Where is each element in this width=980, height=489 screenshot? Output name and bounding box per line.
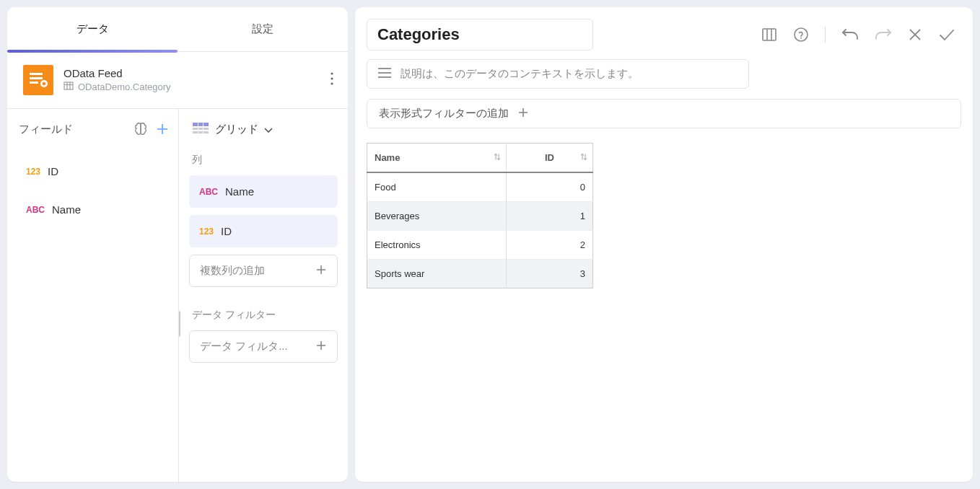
config-pane: グリッド 列 ABC Name 123 ID 複数列の追加 データ フィルター xyxy=(179,109,348,482)
add-datafilter-button[interactable]: データ フィルタ... xyxy=(189,330,338,363)
visualization-label: グリッド xyxy=(215,123,258,136)
columns-section-label: 列 xyxy=(192,154,338,167)
cell-id: 1 xyxy=(507,202,593,231)
vis-filter-label: 表示形式フィルターの追加 xyxy=(379,107,509,120)
svg-rect-23 xyxy=(763,29,776,40)
fields-title: フィールド xyxy=(19,123,128,136)
chevron-down-icon xyxy=(264,123,273,136)
datasource-icon xyxy=(23,65,53,95)
scrollbar-thumb[interactable] xyxy=(179,311,180,337)
field-item-name[interactable]: ABC Name xyxy=(19,196,171,223)
text-type-icon: ABC xyxy=(26,205,45,215)
field-label: ID xyxy=(48,165,58,177)
number-type-icon: 123 xyxy=(26,167,40,177)
column-header-name[interactable]: Name xyxy=(367,144,507,173)
separator xyxy=(825,27,826,43)
cell-name: Beverages xyxy=(367,202,507,231)
field-label: Name xyxy=(52,203,81,216)
svg-point-9 xyxy=(331,72,333,74)
datasource-title: OData Feed xyxy=(64,67,316,79)
description-input[interactable]: 説明は、このデータのコンテキストを示します。 xyxy=(367,59,749,89)
add-columns-button[interactable]: 複数列の追加 xyxy=(189,255,338,287)
fields-header: フィールド xyxy=(19,120,171,138)
svg-rect-2 xyxy=(30,82,38,84)
svg-point-11 xyxy=(331,82,333,84)
right-header xyxy=(367,19,961,50)
paragraph-icon xyxy=(377,67,392,81)
add-vis-filter-button[interactable]: 表示形式フィルターの追加 xyxy=(367,99,961,128)
cell-name: Food xyxy=(367,172,507,202)
toolbar xyxy=(761,27,961,43)
add-field-button[interactable] xyxy=(154,120,171,138)
confirm-icon[interactable] xyxy=(938,27,955,42)
title-input[interactable] xyxy=(367,19,593,50)
svg-rect-16 xyxy=(193,131,209,133)
svg-rect-14 xyxy=(193,123,209,126)
table-row[interactable]: Food 0 xyxy=(367,172,593,202)
column-chip-label: Name xyxy=(225,185,254,198)
tab-settings[interactable]: 設定 xyxy=(178,7,348,51)
left-panel: データ 設定 OData Feed xyxy=(7,7,348,482)
sort-icon[interactable] xyxy=(493,151,502,164)
column-header-id[interactable]: ID xyxy=(507,144,593,173)
tab-indicator xyxy=(7,50,178,53)
datasource-sub: ODataDemo.Category xyxy=(64,81,316,93)
data-table: Name ID Food 0 Beverages xyxy=(367,143,593,288)
datasource-meta: OData Feed ODataDemo.Category xyxy=(64,67,316,93)
svg-point-27 xyxy=(800,38,802,39)
undo-icon[interactable] xyxy=(841,27,859,43)
right-panel: 説明は、このデータのコンテキストを示します。 表示形式フィルターの追加 Name… xyxy=(355,7,973,482)
more-button[interactable] xyxy=(326,68,338,92)
column-header-label: ID xyxy=(514,152,585,163)
add-datafilter-label: データ フィルタ... xyxy=(200,340,288,353)
plus-icon xyxy=(315,340,327,353)
grid-icon xyxy=(192,120,209,138)
number-type-icon: 123 xyxy=(199,226,214,237)
table-row[interactable]: Electronics 2 xyxy=(367,231,593,260)
svg-rect-5 xyxy=(64,82,73,89)
sort-icon[interactable] xyxy=(579,151,588,164)
columns-icon[interactable] xyxy=(761,27,777,43)
redo-icon[interactable] xyxy=(875,27,892,43)
column-chip-name[interactable]: ABC Name xyxy=(189,175,338,208)
add-columns-label: 複数列の追加 xyxy=(200,264,265,278)
help-icon[interactable] xyxy=(793,27,809,43)
cell-name: Electronics xyxy=(367,231,507,260)
datafilters-section-label: データ フィルター xyxy=(192,309,338,322)
brain-icon[interactable] xyxy=(132,120,149,138)
table-icon xyxy=(64,81,74,93)
column-header-label: Name xyxy=(375,152,400,163)
field-item-id[interactable]: 123 ID xyxy=(19,158,171,185)
datasource-subtitle: ODataDemo.Category xyxy=(78,82,171,92)
svg-rect-17 xyxy=(198,123,198,136)
svg-point-4 xyxy=(43,82,46,86)
plus-icon xyxy=(315,264,327,278)
description-placeholder: 説明は、このデータのコンテキストを示します。 xyxy=(401,67,639,81)
text-type-icon: ABC xyxy=(199,187,218,197)
lower-split: フィールド 123 ID ABC Name xyxy=(7,108,348,482)
visualization-selector[interactable]: グリッド xyxy=(189,120,338,138)
tab-data[interactable]: データ xyxy=(7,7,178,51)
svg-rect-15 xyxy=(193,128,209,130)
cell-id: 3 xyxy=(507,260,593,288)
table-row[interactable]: Sports wear 3 xyxy=(367,260,593,288)
cell-id: 2 xyxy=(507,231,593,260)
table-row[interactable]: Beverages 1 xyxy=(367,202,593,231)
tabs: データ 設定 xyxy=(7,7,348,52)
plus-icon xyxy=(517,107,529,120)
cell-id: 0 xyxy=(507,172,593,202)
column-chip-label: ID xyxy=(221,225,232,237)
close-icon[interactable] xyxy=(908,27,922,42)
svg-point-10 xyxy=(331,77,333,79)
fields-pane: フィールド 123 ID ABC Name xyxy=(7,109,179,482)
svg-point-26 xyxy=(795,28,808,41)
cell-name: Sports wear xyxy=(367,260,507,288)
svg-rect-0 xyxy=(30,73,43,75)
svg-rect-18 xyxy=(203,123,204,136)
column-chip-id[interactable]: 123 ID xyxy=(189,215,338,247)
datasource: OData Feed ODataDemo.Category xyxy=(7,52,348,108)
svg-rect-1 xyxy=(30,77,43,79)
